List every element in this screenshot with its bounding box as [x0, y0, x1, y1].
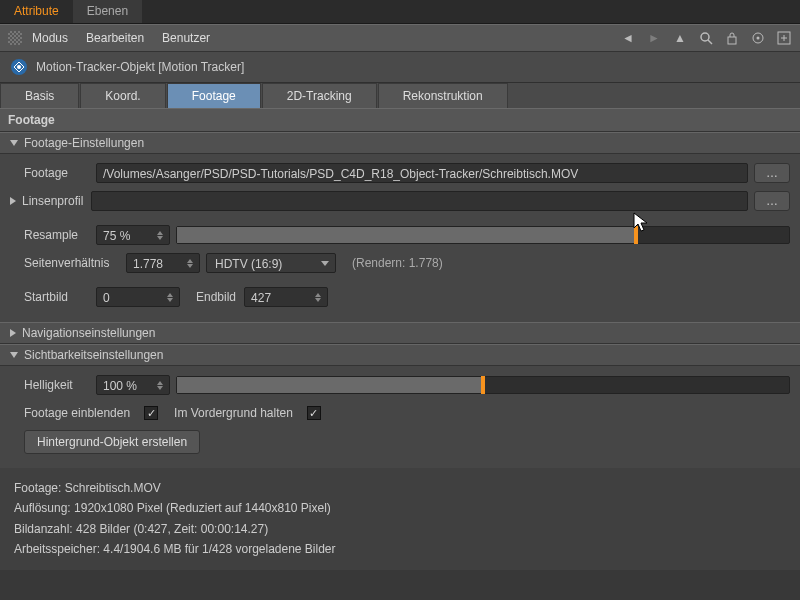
top-tabs: Attribute Ebenen [0, 0, 800, 24]
brightness-slider[interactable] [176, 376, 790, 394]
spinner-icon[interactable] [315, 289, 325, 305]
show-footage-label: Footage einblenden [24, 406, 130, 420]
motion-tracker-icon [10, 58, 28, 76]
create-background-button[interactable]: Hintergrund-Objekt erstellen [24, 430, 200, 454]
search-icon[interactable] [698, 30, 714, 46]
tab-basis[interactable]: Basis [0, 83, 79, 108]
aspect-input[interactable]: 1.778 [126, 253, 200, 273]
spinner-icon[interactable] [157, 227, 167, 243]
footage-browse-button[interactable]: … [754, 163, 790, 183]
brightness-label: Helligkeit [24, 378, 88, 392]
svg-line-1 [708, 40, 712, 44]
footage-label: Footage [24, 166, 88, 180]
svg-point-0 [701, 33, 709, 41]
lens-profile-input[interactable] [91, 191, 748, 211]
drag-grip-icon[interactable] [8, 31, 22, 45]
group-navigation-settings[interactable]: Navigationseinstellungen [0, 322, 800, 344]
foreground-label: Im Vordergrund halten [174, 406, 293, 420]
startframe-value: 0 [103, 291, 110, 305]
chevron-right-icon[interactable] [10, 197, 16, 205]
tab-2d-tracking[interactable]: 2D-Tracking [262, 83, 377, 108]
target-icon[interactable] [750, 30, 766, 46]
object-title: Motion-Tracker-Objekt [Motion Tracker] [36, 60, 244, 74]
group-footage-settings[interactable]: Footage-Einstellungen [0, 132, 800, 154]
slider-handle[interactable] [634, 226, 638, 244]
new-panel-icon[interactable] [776, 30, 792, 46]
info-resolution: Auflösung: 1920x1080 Pixel (Reduziert au… [14, 498, 786, 518]
aspect-value: 1.778 [133, 257, 163, 271]
footage-settings-panel: Footage /Volumes/Asanger/PSD/PSD-Tutoria… [0, 154, 800, 322]
visibility-settings-panel: Helligkeit 100 % Footage einblenden Im V… [0, 366, 800, 468]
info-memory: Arbeitsspeicher: 4.4/1904.6 MB für 1/428… [14, 539, 786, 559]
chevron-down-icon [10, 140, 18, 146]
slider-fill [177, 227, 636, 243]
tab-footage[interactable]: Footage [167, 83, 261, 108]
aspect-label: Seitenverhältnis [24, 256, 118, 270]
endframe-input[interactable]: 427 [244, 287, 328, 307]
foreground-checkbox[interactable] [307, 406, 321, 420]
nav-back-icon[interactable]: ◄ [620, 30, 636, 46]
resample-slider[interactable] [176, 226, 790, 244]
tab-attribute[interactable]: Attribute [0, 0, 73, 23]
startframe-input[interactable]: 0 [96, 287, 180, 307]
group-label: Footage-Einstellungen [24, 136, 144, 150]
tab-rekonstruktion[interactable]: Rekonstruktion [378, 83, 508, 108]
tab-koord[interactable]: Koord. [80, 83, 165, 108]
menu-modus[interactable]: Modus [32, 31, 68, 45]
section-footage: Footage [0, 108, 800, 132]
menu-bearbeiten[interactable]: Bearbeiten [86, 31, 144, 45]
tab-ebenen[interactable]: Ebenen [73, 0, 142, 23]
resample-input[interactable]: 75 % [96, 225, 170, 245]
render-aspect-label: (Rendern: 1.778) [352, 256, 443, 270]
startframe-label: Startbild [24, 290, 88, 304]
brightness-input[interactable]: 100 % [96, 375, 170, 395]
nav-forward-icon[interactable]: ► [646, 30, 662, 46]
slider-handle[interactable] [481, 376, 485, 394]
slider-fill [177, 377, 483, 393]
group-visibility-settings[interactable]: Sichtbarkeitseinstellungen [0, 344, 800, 366]
spinner-icon[interactable] [187, 255, 197, 271]
lens-browse-button[interactable]: … [754, 191, 790, 211]
info-framecount: Bildanzahl: 428 Bilder (0:427, Zeit: 00:… [14, 519, 786, 539]
aspect-preset-dropdown[interactable]: HDTV (16:9) [206, 253, 336, 273]
resample-value: 75 % [103, 229, 130, 243]
endframe-value: 427 [251, 291, 271, 305]
brightness-value: 100 % [103, 379, 137, 393]
spinner-icon[interactable] [167, 289, 177, 305]
spinner-icon[interactable] [157, 377, 167, 393]
show-footage-checkbox[interactable] [144, 406, 158, 420]
lock-icon[interactable] [724, 30, 740, 46]
attribute-tabs: Basis Koord. Footage 2D-Tracking Rekonst… [0, 83, 800, 108]
svg-point-9 [17, 65, 21, 69]
lens-label: Linsenprofil [22, 194, 83, 208]
chevron-down-icon [10, 352, 18, 358]
endframe-label: Endbild [196, 290, 236, 304]
footage-info-panel: Footage: Schreibtisch.MOV Auflösung: 192… [0, 468, 800, 570]
group-label: Sichtbarkeitseinstellungen [24, 348, 163, 362]
menubar: Modus Bearbeiten Benutzer ◄ ► ▲ [0, 24, 800, 52]
nav-up-icon[interactable]: ▲ [672, 30, 688, 46]
info-footage: Footage: Schreibtisch.MOV [14, 478, 786, 498]
group-label: Navigationseinstellungen [22, 326, 155, 340]
footage-path-input[interactable]: /Volumes/Asanger/PSD/PSD-Tutorials/PSD_C… [96, 163, 748, 183]
svg-rect-2 [728, 37, 736, 44]
object-header: Motion-Tracker-Objekt [Motion Tracker] [0, 52, 800, 83]
menu-benutzer[interactable]: Benutzer [162, 31, 210, 45]
resample-label: Resample [24, 228, 88, 242]
chevron-right-icon [10, 329, 16, 337]
svg-point-4 [757, 37, 760, 40]
